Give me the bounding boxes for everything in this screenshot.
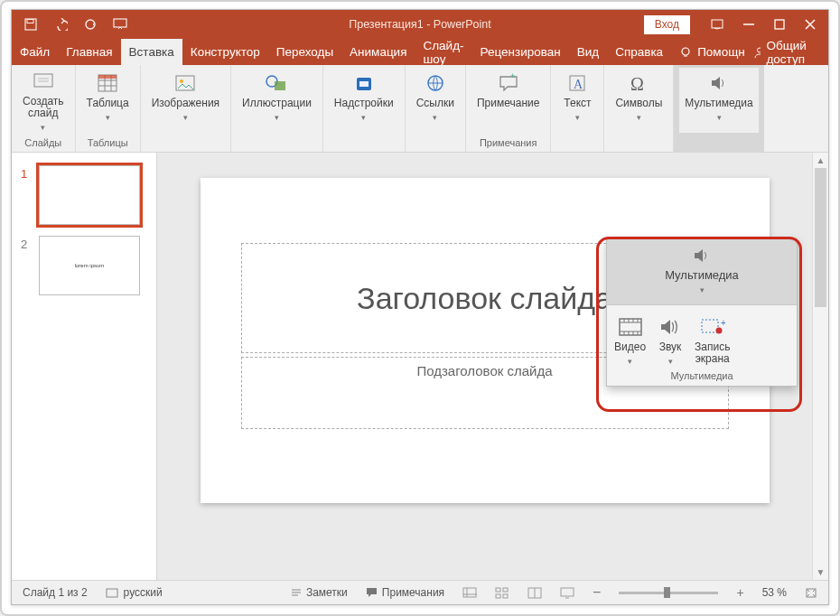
group-symbols: Ω Символы: [604, 65, 674, 152]
svg-rect-53: [496, 588, 500, 592]
group-links: Ссылки: [406, 65, 466, 152]
ribbon-display-options-icon[interactable]: [711, 19, 723, 30]
multimedia-header[interactable]: Мультимедиа: [607, 239, 797, 305]
notes-button[interactable]: Заметки: [291, 586, 348, 599]
redo-icon[interactable]: [84, 18, 97, 31]
new-slide-button[interactable]: Создать слайд: [17, 68, 70, 133]
images-icon: [170, 70, 201, 96]
addins-button[interactable]: Надстройки: [329, 68, 399, 133]
svg-rect-46: [107, 589, 117, 597]
shapes-icon: [261, 70, 292, 96]
group-label-slides: Слайды: [24, 137, 61, 152]
links-button[interactable]: Ссылки: [411, 68, 460, 133]
svg-rect-3: [114, 19, 126, 27]
ribbon-tabs: Файл Главная Вставка Конструктор Переход…: [12, 39, 828, 65]
title-bar: Презентация1 - PowerPoint Вход: [12, 10, 828, 39]
scroll-up-icon[interactable]: ▲: [813, 153, 828, 168]
slide-thumbnail-1[interactable]: 1: [12, 160, 156, 230]
slide-thumbnail-pane[interactable]: 1 2 lorem ipsum: [12, 153, 157, 580]
normal-view-icon[interactable]: [462, 587, 477, 599]
table-icon: [92, 70, 123, 96]
table-button[interactable]: Таблица: [81, 68, 135, 133]
comments-button[interactable]: Примечания: [366, 586, 444, 599]
speaker-icon: [692, 247, 712, 265]
tab-insert[interactable]: Вставка: [121, 39, 182, 66]
comment-button[interactable]: + Примечание: [471, 68, 545, 133]
group-illustrations: Иллюстрации: [231, 65, 323, 152]
multimedia-button[interactable]: Мультимедиа: [679, 68, 758, 133]
scroll-down-icon[interactable]: ▼: [813, 565, 828, 580]
tab-animations[interactable]: Анимация: [341, 39, 415, 66]
scrollbar-thumb[interactable]: [815, 168, 826, 307]
link-icon: [420, 70, 451, 96]
zoom-slider-knob[interactable]: [664, 587, 670, 598]
notes-icon: [291, 587, 302, 598]
svg-point-9: [682, 48, 689, 55]
zoom-in-button[interactable]: +: [736, 585, 743, 600]
slide-thumbnail-2[interactable]: 2 lorem ipsum: [12, 230, 156, 301]
share-button[interactable]: Общий доступ: [753, 39, 817, 66]
symbol-icon: Ω: [623, 70, 654, 96]
zoom-level[interactable]: 53 %: [762, 586, 787, 599]
zoom-slider[interactable]: [619, 592, 718, 594]
slideshow-view-icon[interactable]: [560, 587, 574, 599]
tab-design[interactable]: Конструктор: [182, 39, 268, 66]
new-slide-icon: [28, 70, 59, 94]
group-comments: + Примечание Примечания: [466, 65, 551, 152]
tab-transitions[interactable]: Переходы: [268, 39, 341, 66]
svg-rect-26: [359, 81, 369, 87]
video-icon: [615, 314, 646, 340]
login-button[interactable]: Вход: [643, 14, 691, 35]
tab-help[interactable]: Справка: [607, 39, 671, 66]
illustrations-button[interactable]: Иллюстрации: [237, 68, 317, 133]
insert-audio-button[interactable]: Звук: [651, 311, 689, 369]
reading-view-icon[interactable]: [527, 587, 542, 599]
close-icon[interactable]: [805, 19, 816, 30]
svg-rect-43: [702, 320, 718, 332]
group-text: A Текст: [551, 65, 604, 152]
tab-home[interactable]: Главная: [58, 39, 120, 66]
group-label-tables: Таблицы: [88, 137, 128, 152]
tab-review[interactable]: Рецензирован: [472, 39, 569, 66]
svg-text:+: +: [510, 72, 515, 80]
workspace: 1 2 lorem ipsum Заголовок слайда Подзаго…: [12, 153, 828, 580]
slide-sorter-icon[interactable]: [495, 587, 509, 599]
svg-point-22: [180, 79, 183, 83]
svg-rect-56: [503, 594, 508, 598]
tab-slideshow[interactable]: Слайд-шоу: [415, 39, 471, 66]
svg-rect-6: [775, 20, 784, 29]
text-button[interactable]: A Текст: [556, 68, 598, 133]
tab-view[interactable]: Вид: [569, 39, 607, 66]
text-icon: A: [562, 70, 593, 96]
group-multimedia-collapsed: Мультимедиа: [674, 65, 763, 152]
zoom-out-button[interactable]: −: [593, 584, 601, 601]
tab-file[interactable]: Файл: [12, 39, 58, 66]
share-label: Общий доступ: [766, 39, 817, 66]
minimize-icon[interactable]: [743, 19, 754, 30]
svg-text:Ω: Ω: [630, 74, 644, 94]
svg-rect-1: [27, 20, 33, 23]
svg-point-11: [757, 48, 761, 52]
group-tables: Таблица Таблицы: [76, 65, 141, 152]
start-slideshow-icon[interactable]: [113, 18, 127, 31]
multimedia-dropdown: Мультимедиа Видео Звук + Запись экрана М…: [606, 238, 798, 387]
fit-to-window-icon[interactable]: [805, 587, 817, 599]
symbols-button[interactable]: Ω Символы: [610, 68, 667, 133]
comment-icon: [366, 587, 378, 598]
maximize-icon[interactable]: [774, 19, 785, 30]
language-indicator[interactable]: русский: [106, 586, 163, 599]
undo-icon[interactable]: [53, 18, 68, 31]
svg-rect-12: [34, 74, 52, 87]
screen-recording-button[interactable]: + Запись экрана: [691, 311, 733, 369]
tell-me-search[interactable]: Помощн: [671, 39, 753, 66]
svg-rect-54: [503, 588, 508, 592]
speaker-icon: [704, 70, 734, 96]
save-icon[interactable]: [24, 18, 37, 31]
vertical-scrollbar[interactable]: ▲ ▼: [812, 153, 828, 580]
slide-counter: Слайд 1 из 2: [23, 586, 88, 599]
spellcheck-icon: [106, 586, 118, 599]
images-button[interactable]: Изображения: [146, 68, 225, 133]
person-icon: [753, 46, 761, 59]
insert-video-button[interactable]: Видео: [611, 311, 649, 369]
svg-rect-4: [712, 20, 723, 28]
